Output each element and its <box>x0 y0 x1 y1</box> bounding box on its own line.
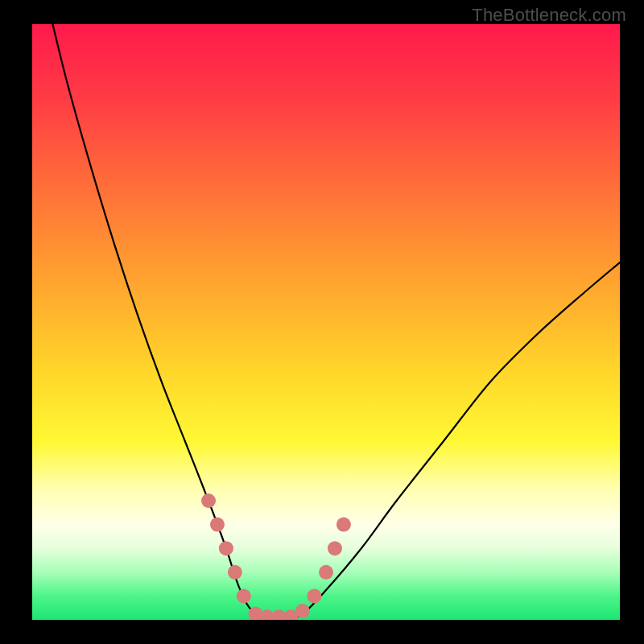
chart-frame: TheBottleneck.com <box>0 0 644 644</box>
highlight-dot <box>328 541 342 555</box>
highlight-dot <box>307 588 321 603</box>
highlight-dot <box>336 518 351 532</box>
watermark-text: TheBottleneck.com <box>472 5 626 26</box>
highlight-dot <box>295 604 310 618</box>
plot-area <box>32 24 620 620</box>
bottleneck-curve <box>50 24 620 620</box>
curve-svg <box>32 24 620 620</box>
highlight-dots <box>201 493 351 620</box>
highlight-dot <box>237 588 251 603</box>
highlight-dot <box>228 565 242 580</box>
highlight-dot <box>219 541 233 555</box>
highlight-dot <box>319 565 333 580</box>
highlight-dot <box>210 518 225 532</box>
highlight-dot <box>201 493 216 508</box>
